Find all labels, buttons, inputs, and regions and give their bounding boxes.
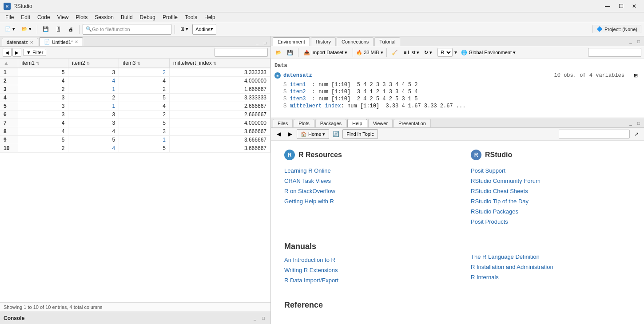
dataset-name[interactable]: datensatz <box>283 72 312 79</box>
menu-profile[interactable]: Profile <box>159 13 181 21</box>
link-r-stackoverflow[interactable]: R on StackOverflow <box>284 188 444 194</box>
global-env-button[interactable]: 🌐 Global Environment ▾ <box>459 47 518 57</box>
editor-maximize-button[interactable]: □ <box>262 39 269 46</box>
editor-minimize-button[interactable]: _ <box>254 39 261 46</box>
col-header-item3[interactable]: item3 ⇅ <box>119 59 170 68</box>
tab-plots[interactable]: Plots <box>294 119 314 127</box>
help-maximize-button[interactable]: □ <box>635 120 642 127</box>
window-controls: — ☐ ✕ <box>601 2 640 11</box>
tab-packages[interactable]: Packages <box>315 119 346 127</box>
addins-button[interactable]: Addins ▾ <box>192 24 216 35</box>
open-file-button[interactable]: 📂 ▾ <box>19 24 34 35</box>
help-back-button[interactable]: ◀ <box>274 129 283 139</box>
menu-build[interactable]: Build <box>117 13 136 21</box>
env-list-button[interactable]: ≡ List ▾ <box>402 47 422 57</box>
link-data-import[interactable]: R Data Import/Export <box>284 277 444 284</box>
menu-code[interactable]: Code <box>34 13 54 21</box>
r-selector-select[interactable]: R <box>437 48 453 57</box>
grid-button[interactable]: ⊞ ▾ <box>178 24 191 35</box>
env-load-button[interactable]: 📂 <box>274 47 283 57</box>
link-getting-help[interactable]: Getting Help with R <box>284 198 444 205</box>
link-rstudio-packages[interactable]: RStudio Packages <box>471 208 631 215</box>
help-home-button[interactable]: 🏠 Home ▾ <box>297 129 329 139</box>
cell-mittelwert-1: 4.000000 <box>169 77 270 85</box>
help-external-button[interactable]: ↗ <box>632 129 641 139</box>
menu-edit[interactable]: Edit <box>17 13 34 21</box>
console-minimize-button[interactable]: _ <box>251 315 258 322</box>
tab-datensatz-close[interactable]: ✕ <box>30 40 33 45</box>
table-status-text: Showing 1 to 10 of 10 entries, 4 total c… <box>4 304 103 310</box>
data-table: ▲ item1 ⇅ item2 ⇅ item3 ⇅ mittelwert_ind <box>0 59 270 153</box>
tab-help[interactable]: Help <box>347 119 367 127</box>
menu-debug[interactable]: Debug <box>136 13 159 21</box>
env-clear-button[interactable]: 🧹 <box>390 47 400 57</box>
table-body: 15323.33333324444.00000032121.6666674325… <box>0 68 270 153</box>
cell-item1-9: 2 <box>18 144 68 153</box>
tab-viewer-label: Viewer <box>373 121 388 126</box>
cell-item2-6: 3 <box>68 119 119 127</box>
print-button[interactable]: 🖨 <box>65 24 76 35</box>
env-minimize-button[interactable]: _ <box>627 38 634 45</box>
tab-untitled1-close[interactable]: ✕ <box>75 40 78 44</box>
new-file-button[interactable]: 📄 ▾ <box>3 24 17 35</box>
import-dataset-button[interactable]: 📥 Import Dataset ▾ <box>302 47 350 57</box>
link-posit-products[interactable]: Posit Products <box>471 218 631 225</box>
maximize-button[interactable]: ☐ <box>615 2 627 11</box>
tab-files[interactable]: Files <box>273 119 293 127</box>
help-minimize-button[interactable]: _ <box>627 120 634 127</box>
filter-button[interactable]: ▼ Filter <box>23 49 46 56</box>
tab-presentation[interactable]: Presentation <box>394 119 431 127</box>
menu-view[interactable]: View <box>54 13 72 21</box>
link-community-forum[interactable]: RStudio Community Forum <box>471 178 631 184</box>
goto-input[interactable]: 🔍 Go to file/function <box>83 24 171 35</box>
tab-viewer[interactable]: Viewer <box>368 119 393 127</box>
table-row: 84433.666667 <box>0 127 270 136</box>
menu-tools[interactable]: Tools <box>181 13 201 21</box>
link-r-install-admin[interactable]: R Installation and Administration <box>471 264 631 270</box>
link-cheat-sheets[interactable]: RStudio Cheat Sheets <box>471 188 631 194</box>
table-row: 53142.666667 <box>0 102 270 111</box>
help-print-button[interactable]: 🔄 <box>331 129 341 139</box>
env-search-input[interactable] <box>588 48 641 57</box>
link-r-internals[interactable]: R Internals <box>471 274 631 281</box>
help-search-input[interactable] <box>559 130 630 138</box>
tab-history[interactable]: History <box>311 37 336 46</box>
link-writing-extensions[interactable]: Writing R Extensions <box>284 267 444 273</box>
table-search-input[interactable] <box>215 48 268 57</box>
dataset-table-button[interactable]: ⊞ <box>631 71 640 80</box>
table-forward-button[interactable]: ▶ <box>12 48 21 57</box>
tab-environment[interactable]: Environment <box>273 37 310 46</box>
minimize-button[interactable]: — <box>601 2 614 11</box>
col-header-mittelwert[interactable]: mittelwert_index ⇅ <box>169 59 270 68</box>
link-r-language[interactable]: The R Language Definition <box>471 253 631 260</box>
col-header-item2[interactable]: item2 ⇅ <box>68 59 119 68</box>
help-forward-button[interactable]: ▶ <box>285 129 295 139</box>
link-tip-of-day[interactable]: RStudio Tip of the Day <box>471 198 631 205</box>
link-learning-r[interactable]: Learning R Online <box>284 167 444 174</box>
menu-help[interactable]: Help <box>201 13 219 21</box>
save-button[interactable]: 💾 <box>40 24 51 35</box>
table-status-bar: Showing 1 to 10 of 10 entries, 4 total c… <box>0 302 270 312</box>
console-maximize-button[interactable]: □ <box>260 315 267 322</box>
table-back-button[interactable]: ◀ <box>3 48 12 57</box>
save-all-button[interactable]: 🗄 <box>53 24 64 35</box>
env-refresh-button[interactable]: ↻ ▾ <box>423 47 433 57</box>
tab-untitled1[interactable]: 📄 Untitled1* ✕ <box>39 37 83 46</box>
menu-session[interactable]: Session <box>91 13 117 21</box>
menu-file[interactable]: File <box>2 13 17 21</box>
cell-mittelwert-9: 3.666667 <box>169 144 270 153</box>
tab-tutorial[interactable]: Tutorial <box>374 37 400 46</box>
find-in-topic-button[interactable]: Find in Topic <box>342 129 378 139</box>
cell-item3-9: 5 <box>119 144 170 153</box>
col-header-item1[interactable]: item1 ⇅ <box>18 59 68 68</box>
link-posit-support[interactable]: Posit Support <box>471 167 631 174</box>
menu-plots[interactable]: Plots <box>72 13 91 21</box>
link-intro-r[interactable]: An Introduction to R <box>284 257 444 263</box>
tab-connections[interactable]: Connections <box>337 37 374 46</box>
env-save-button[interactable]: 💾 <box>285 47 295 57</box>
env-maximize-button[interactable]: □ <box>635 38 642 45</box>
close-button[interactable]: ✕ <box>628 2 640 11</box>
env-var-item1: $ item1 : num [1:10] 5 4 2 3 3 3 4 4 5 2 <box>274 81 640 88</box>
tab-datensatz[interactable]: datensatz ✕ <box>2 38 38 46</box>
link-cran-task[interactable]: CRAN Task Views <box>284 178 444 184</box>
